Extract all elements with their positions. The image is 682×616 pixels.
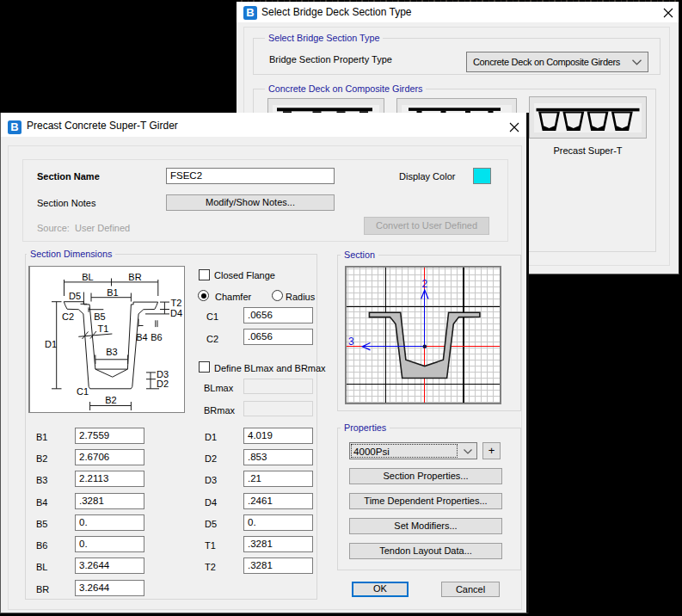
svg-text:B5: B5 — [94, 311, 105, 322]
svg-text:T1: T1 — [98, 323, 109, 334]
svg-text:B6: B6 — [151, 332, 162, 342]
svg-text:B3: B3 — [106, 347, 117, 357]
svg-text:D5: D5 — [69, 291, 81, 301]
svg-text:T2: T2 — [171, 298, 182, 308]
svg-text:2: 2 — [421, 278, 427, 290]
svg-text:D2: D2 — [157, 379, 169, 389]
svg-text:C1: C1 — [77, 386, 89, 397]
svg-text:B2: B2 — [105, 395, 116, 405]
svg-text:3: 3 — [348, 336, 354, 348]
svg-text:B4: B4 — [136, 332, 147, 342]
svg-text:D4: D4 — [170, 308, 182, 318]
svg-text:BR: BR — [128, 272, 141, 282]
svg-text:D1: D1 — [45, 339, 57, 349]
svg-text:B1: B1 — [107, 287, 118, 298]
svg-text:C2: C2 — [62, 311, 74, 322]
svg-text:BL: BL — [82, 272, 93, 282]
